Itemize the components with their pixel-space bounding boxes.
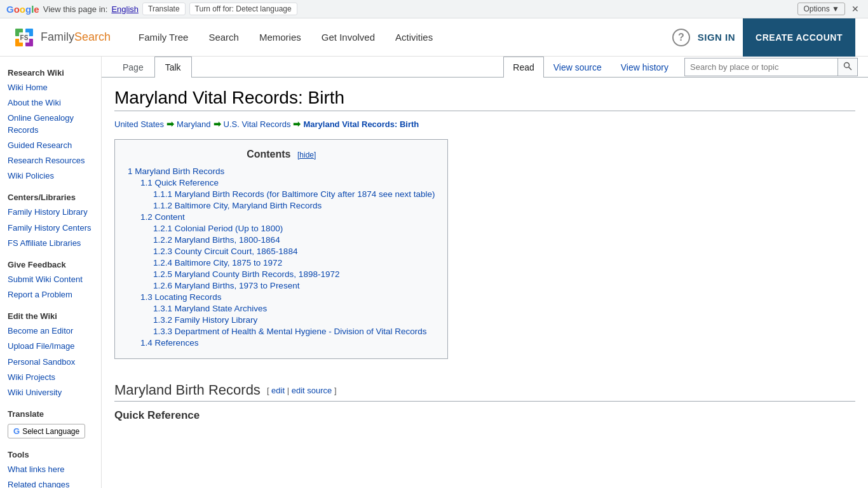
breadcrumb-vital-records[interactable]: U.S. Vital Records (224, 119, 291, 129)
contents-link-1-3-3[interactable]: 1.3.3 Department of Health & Mental Hygi… (153, 327, 426, 336)
contents-title: Contents [hide] (128, 149, 435, 160)
edit-source-link[interactable]: edit source (292, 386, 332, 395)
sidebar-item-personal-sandbox[interactable]: Personal Sandbox (0, 355, 101, 370)
select-language-button[interactable]: G Select Language (8, 424, 85, 438)
tab-talk[interactable]: Talk (154, 57, 192, 78)
list-item: 1.2 Content (140, 212, 435, 222)
wiki-search-button[interactable] (837, 58, 857, 76)
nav-family-tree[interactable]: Family Tree (130, 28, 197, 46)
tab-view-history[interactable]: View history (611, 57, 678, 78)
sidebar-item-about-wiki[interactable]: About the Wiki (0, 95, 101, 111)
nav-search[interactable]: Search (200, 28, 248, 46)
section-heading-1: Maryland Birth Records [ edit | edit sou… (114, 382, 855, 402)
breadcrumb-us[interactable]: United States (114, 119, 164, 129)
breadcrumb-arrow-3: ➡ (293, 119, 301, 129)
sidebar-item-wiki-home[interactable]: Wiki Home (0, 80, 101, 95)
breadcrumb-maryland[interactable]: Maryland (177, 119, 210, 129)
contents-link-1-2-5[interactable]: 1.2.5 Maryland County Birth Records, 189… (153, 269, 339, 279)
sidebar-item-fs-affiliate-libraries[interactable]: FS Affiliate Libraries (0, 236, 101, 251)
contents-list: 1 Maryland Birth Records 1.1 Quick Refer… (128, 166, 435, 348)
main-content: Page Talk Read View source View history (102, 57, 868, 488)
contents-link-1-1-1[interactable]: 1.1.1 Maryland Birth Records (for Baltim… (153, 189, 435, 199)
sidebar-item-report-problem[interactable]: Report a Problem (0, 287, 101, 302)
list-item: 1.3.2 Family History Library (153, 315, 435, 325)
help-icon[interactable]: ? (672, 29, 690, 46)
nav-get-involved[interactable]: Get Involved (313, 28, 384, 46)
contents-hide-link[interactable]: [hide] (297, 151, 316, 159)
list-item: 1.3.1 Maryland State Archives (153, 304, 435, 313)
article: Maryland Vital Records: Birth United Sta… (102, 78, 868, 436)
sidebar-item-family-history-library[interactable]: Family History Library (0, 205, 101, 220)
translate-close-button[interactable]: ✕ (849, 4, 862, 14)
sidebar-item-wiki-policies[interactable]: Wiki Policies (0, 168, 101, 184)
translate-options-button[interactable]: Options ▼ (797, 3, 845, 15)
breadcrumb-current: Maryland Vital Records: Birth (303, 119, 419, 129)
svg-point-6 (844, 62, 850, 67)
edit-wiki-title: Edit the Wiki (0, 308, 101, 323)
svg-text:FS: FS (20, 34, 29, 41)
edit-link[interactable]: edit (271, 386, 285, 395)
breadcrumb-arrow-2: ➡ (214, 119, 221, 129)
contents-link-1-2-2[interactable]: 1.2.2 Maryland Births, 1800-1864 (153, 235, 280, 245)
list-item: 1.1.1 Maryland Birth Records (for Baltim… (153, 189, 435, 199)
sidebar-item-research-resources[interactable]: Research Resources (0, 153, 101, 168)
list-item: 1.3.3 Department of Health & Mental Hygi… (153, 327, 435, 336)
create-account-button[interactable]: CREATE ACCOUNT (743, 18, 855, 57)
list-item: 1.2.2 Maryland Births, 1800-1864 (153, 235, 435, 245)
tools-title: Tools (0, 446, 101, 462)
sidebar-item-wiki-projects[interactable]: Wiki Projects (0, 370, 101, 385)
turn-off-button[interactable]: Turn off for: Detect language (189, 3, 297, 15)
sidebar-item-wiki-university[interactable]: Wiki University (0, 385, 101, 400)
translate-language-link[interactable]: English (111, 4, 139, 14)
nav-activities[interactable]: Activities (386, 28, 442, 46)
sidebar-item-guided-research[interactable]: Guided Research (0, 138, 101, 153)
list-item: 1.2.3 County Circuit Court, 1865-1884 (153, 247, 435, 256)
wiki-search-input[interactable] (685, 59, 837, 75)
translate-button[interactable]: Translate (142, 3, 186, 15)
sidebar-item-upload-file[interactable]: Upload File/Image (0, 339, 101, 354)
contents-link-1-2-3[interactable]: 1.2.3 County Circuit Court, 1865-1884 (153, 247, 297, 256)
tab-actions: Read View source View history (503, 57, 858, 77)
list-item: 1 Maryland Birth Records (128, 166, 435, 176)
header-right: ? SIGN IN CREATE ACCOUNT (672, 18, 855, 57)
contents-link-1[interactable]: 1 Maryland Birth Records (128, 166, 224, 176)
sidebar-item-submit-wiki[interactable]: Submit Wiki Content (0, 272, 101, 287)
contents-link-1-2[interactable]: 1.2 Content (140, 212, 185, 222)
list-item: 1.1 Quick Reference (140, 178, 435, 187)
contents-link-1-4[interactable]: 1.4 References (140, 338, 199, 348)
list-item: 1.3 Locating Records (140, 292, 435, 302)
contents-link-1-1[interactable]: 1.1 Quick Reference (140, 178, 219, 187)
tab-read[interactable]: Read (503, 57, 543, 78)
research-wiki-title: Research Wiki (0, 64, 101, 80)
svg-line-7 (849, 67, 852, 70)
familysearch-logo-icon: FS (13, 26, 36, 49)
list-item: 1.2.4 Baltimore City, 1875 to 1972 (153, 258, 435, 268)
contents-link-1-1-2[interactable]: 1.1.2 Baltimore City, Maryland Birth Rec… (153, 201, 322, 210)
contents-link-1-2-4[interactable]: 1.2.4 Baltimore City, 1875 to 1972 (153, 258, 282, 268)
list-item: 1.2.1 Colonial Period (Up to 1800) (153, 224, 435, 233)
translate-bar-text: View this page in: (43, 4, 108, 14)
search-icon (843, 62, 852, 71)
contents-link-1-3-2[interactable]: 1.3.2 Family History Library (153, 315, 257, 325)
page-tabs: Page Talk Read View source View history (102, 57, 868, 78)
contents-link-1-3-1[interactable]: 1.3.1 Maryland State Archives (153, 304, 267, 313)
contents-link-1-2-6[interactable]: 1.2.6 Maryland Births, 1973 to Present (153, 281, 299, 290)
logo-link[interactable]: FS FamilySearch (13, 26, 111, 49)
sidebar-item-online-genealogy[interactable]: Online Genealogy Records (0, 111, 101, 137)
content-layout: Research Wiki Wiki Home About the Wiki O… (0, 57, 868, 488)
sidebar-item-become-editor[interactable]: Become an Editor (0, 323, 101, 339)
sign-in-button[interactable]: SIGN IN (698, 32, 735, 43)
breadcrumb: United States ➡ Maryland ➡ U.S. Vital Re… (114, 119, 855, 129)
nav-memories[interactable]: Memories (250, 28, 310, 46)
tab-view-source[interactable]: View source (544, 57, 611, 78)
sidebar-item-what-links-here[interactable]: What links here (0, 462, 101, 477)
feedback-title: Give Feedback (0, 256, 101, 272)
sidebar-item-family-history-centers[interactable]: Family History Centers (0, 220, 101, 236)
contents-link-1-3[interactable]: 1.3 Locating Records (140, 292, 222, 302)
translate-title: Translate (0, 405, 101, 421)
tab-page[interactable]: Page (112, 57, 154, 78)
contents-link-1-2-1[interactable]: 1.2.1 Colonial Period (Up to 1800) (153, 224, 283, 233)
sidebar: Research Wiki Wiki Home About the Wiki O… (0, 57, 102, 488)
sidebar-item-related-changes[interactable]: Related changes (0, 477, 101, 488)
translate-bar: Google View this page in: English Transl… (0, 0, 868, 18)
